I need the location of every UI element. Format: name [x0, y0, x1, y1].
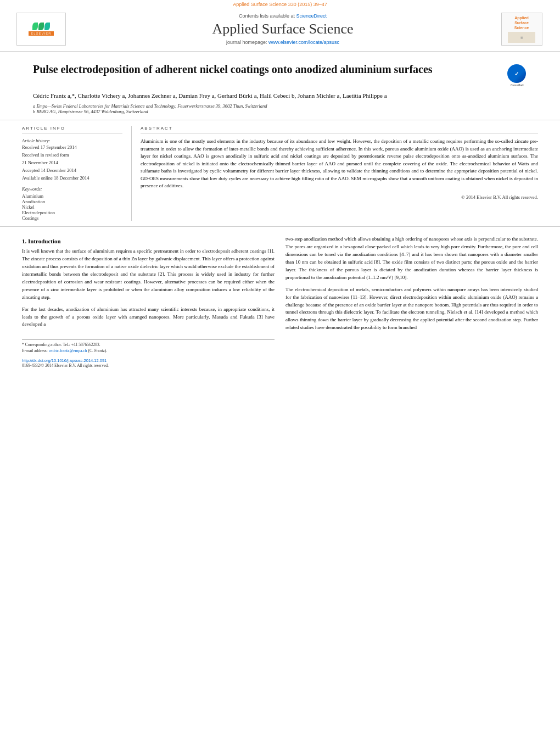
keywords-label: Keywords: [22, 186, 122, 192]
journal-ref-bar: Applied Surface Science 330 (2015) 39–47 [0, 0, 560, 7]
history-label: Article history: [22, 138, 122, 143]
crossmark-label: CrossMark [507, 83, 527, 87]
article-info-label: ARTICLE INFO [22, 126, 122, 133]
accepted-date: Accepted 14 December 2014 [22, 168, 122, 173]
keyword-aluminium: Aluminium [22, 193, 122, 199]
received-date: Received 17 September 2014 [22, 144, 122, 150]
revised-date: 21 November 2014 [22, 160, 122, 165]
footnote-corresponding: * Corresponding author. Tel.: +41 587656… [22, 342, 275, 348]
body-right-col: two-step anodization method which allows… [285, 236, 538, 369]
journal-header: ELSEVIER Contents lists available at Sci… [0, 7, 560, 52]
article-title-row: Pulse electrodeposition of adherent nick… [33, 62, 527, 87]
footnote-email: E-mail address: cedric.frantz@empa.ch (C… [22, 348, 275, 354]
header-center: Contents lists available at ScienceDirec… [77, 13, 489, 46]
email-name: (C. Frantz). [88, 348, 107, 353]
abstract-label: ABSTRACT [141, 126, 538, 133]
keyword-electrodeposition: Electrodeposition [22, 210, 122, 215]
keyword-anodization: Anodization [22, 199, 122, 204]
leaf-icon-3 [44, 23, 50, 30]
body-area: 1. Introduction It is well known that th… [0, 227, 560, 378]
contents-available-text: Contents lists available at ScienceDirec… [239, 13, 327, 19]
body-left-col: 1. Introduction It is well known that th… [22, 236, 275, 369]
elsevier-art: ELSEVIER [29, 23, 53, 36]
affiliation-b: b RERO AG, Hauptstrasse 96, 4437 Waldenb… [33, 109, 527, 114]
email-link[interactable]: cedric.frantz@empa.ch [49, 348, 87, 353]
footnote-area: * Corresponding author. Tel.: +41 587656… [22, 339, 275, 369]
intro-heading: 1. Introduction [22, 238, 275, 244]
intro-right-para-2: The electrochemical deposition of metals… [285, 286, 538, 332]
article-title: Pulse electrodeposition of adherent nick… [33, 62, 496, 76]
affiliation-a: a Empa—Swiss Federal Laboratories for Ma… [33, 103, 527, 109]
homepage-link[interactable]: www.elsevier.com/locate/apsusc [268, 40, 339, 45]
logo-img-icon: ▦ [520, 36, 523, 39]
journal-logo-box: AppliedSurfaceScience ▦ [500, 13, 544, 46]
journal-ref-text: Applied Surface Science 330 (2015) 39–47 [233, 2, 327, 7]
email-label: E-mail address: [22, 348, 49, 353]
journal-homepage: journal homepage: www.elsevier.com/locat… [226, 40, 339, 45]
doi-link[interactable]: http://dx.doi.org/10.1016/j.apsusc.2014.… [22, 358, 107, 363]
article-authors: Cédric Frantz a,*, Charlotte Vichery a, … [33, 92, 527, 99]
affiliations: a Empa—Swiss Federal Laboratories for Ma… [33, 103, 527, 114]
info-abstract-section: ARTICLE INFO Article history: Received 1… [0, 120, 560, 227]
footer-issn: 0169-4332/© 2014 Elsevier B.V. All right… [22, 363, 275, 369]
intro-right-para-1: two-step anodization method which allows… [285, 236, 538, 282]
leaf-icon-2 [38, 23, 44, 30]
page: Applied Surface Science 330 (2015) 39–47… [0, 0, 560, 742]
article-info-col: ARTICLE INFO Article history: Received 1… [22, 126, 132, 221]
logo-text: AppliedSurfaceScience [514, 15, 529, 30]
intro-para-2: For the last decades, anodization of alu… [22, 306, 275, 329]
footer-links: http://dx.doi.org/10.1016/j.apsusc.2014.… [22, 358, 275, 363]
elsevier-logo: ELSEVIER [16, 13, 66, 46]
keywords-section: Keywords: Aluminium Anodization Nickel E… [22, 186, 122, 221]
elsevier-text: ELSEVIER [29, 31, 53, 36]
abstract-col: ABSTRACT Aluminium is one of the mostly … [141, 126, 538, 221]
intro-para-1: It is well known that the surface of alu… [22, 248, 275, 302]
abstract-text: Aluminium is one of the mostly used elem… [141, 138, 538, 190]
crossmark-logo[interactable]: ✓ CrossMark [507, 64, 527, 87]
journal-logo-image: AppliedSurfaceScience ▦ [501, 13, 542, 46]
available-date: Available online 18 December 2014 [22, 175, 122, 181]
leaf-icon-1 [32, 23, 38, 30]
crossmark-icon: ✓ [507, 64, 526, 83]
logo-image-placeholder: ▦ [508, 32, 535, 43]
elsevier-leaves [32, 23, 50, 30]
revised-label: Received in revised form [22, 152, 122, 158]
keyword-nickel: Nickel [22, 204, 122, 210]
abstract-copyright: © 2014 Elsevier B.V. All rights reserved… [141, 194, 538, 200]
journal-title: Applied Surface Science [212, 21, 353, 37]
keyword-coatings: Coatings [22, 215, 122, 221]
article-header: Pulse electrodeposition of adherent nick… [0, 52, 560, 120]
sciencedirect-link[interactable]: ScienceDirect [296, 13, 327, 19]
